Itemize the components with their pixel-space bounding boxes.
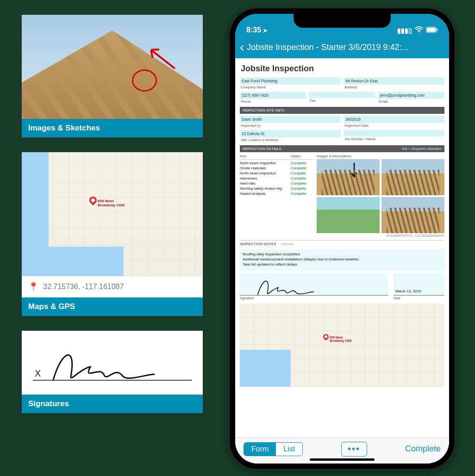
thumb-image[interactable] — [381, 197, 444, 233]
table-row: Hazard analysisComplete — [240, 191, 314, 196]
signature-glyph-icon — [253, 275, 318, 298]
svg-rect-2 — [427, 28, 436, 32]
signature-panel: X — [22, 331, 203, 395]
map-pin-label: 655 West Broadway #200 — [98, 199, 125, 208]
complete-button[interactable]: Complete — [405, 444, 441, 454]
signature-glyph-icon — [50, 344, 156, 385]
card-footer-label: Maps & GPS — [22, 297, 203, 316]
location-arrow-icon: ➤ — [263, 27, 268, 34]
gps-readout: 47.6948597075776, -122.33320302686915 — [240, 234, 444, 237]
table-row: Onsite materialsComplete — [240, 166, 314, 171]
card-signatures: X Signatures — [21, 330, 204, 414]
annotation-circle-icon — [132, 69, 157, 92]
clock-label: 8:35 — [246, 26, 261, 34]
phone-screen: 8:35 ➤ ▮▮▮▯ ‹ Jobsite Inspection - Start… — [235, 14, 449, 464]
phone-notch — [294, 14, 391, 28]
back-chevron-icon[interactable]: ‹ — [240, 41, 244, 54]
signal-icon: ▮▮▮▯ — [397, 27, 412, 34]
section-details: INSPECTION DETAILS RA = Requires Attenti… — [240, 145, 444, 152]
section-site-info: INSPECTION SITE INFO — [240, 107, 444, 114]
tab-list[interactable]: List — [276, 443, 302, 456]
battery-icon — [426, 27, 438, 34]
table-row: North beam inspectionComplete — [240, 171, 314, 176]
more-button[interactable]: ••• — [341, 442, 367, 457]
map-pin-label: 655 West Broadway #200 — [330, 336, 351, 342]
notes-textarea[interactable]: Roofing daily inspection completed. Addi… — [240, 249, 444, 271]
table-row: North beam inspectionComplete — [240, 161, 314, 166]
gps-row: 📍 32.715736, -117.161087 — [22, 276, 203, 297]
field-phone[interactable]: (227) 658-7920 Phone — [240, 92, 306, 104]
section-notes: INSPECTION NOTES Optional — [240, 240, 444, 247]
thumb-image[interactable] — [317, 197, 380, 233]
card-map: 655 West Broadway #200 — [22, 152, 203, 276]
svg-point-0 — [419, 31, 420, 33]
thumb-image[interactable] — [381, 159, 444, 195]
card-images-sketches: Images & Sketches — [21, 14, 204, 138]
form-map[interactable]: 655 West Broadway #200 — [240, 303, 444, 387]
signature-date-field[interactable]: March 13, 2019 Date — [394, 273, 444, 300]
details-table: Item Status North beam inspectionComplet… — [240, 154, 314, 233]
field-address[interactable]: 99 Renton Dr East Address — [344, 77, 444, 90]
page-title: Jobsite Inspection — [241, 64, 444, 74]
nav-bar: ‹ Jobsite Inspection - Starter 3/6/2019 … — [235, 36, 449, 58]
view-segment: Form List — [244, 442, 303, 456]
card-footer-label: Images & Sketches — [22, 119, 203, 137]
table-row: Morning safety review mtgComplete — [240, 186, 314, 191]
detail-thumbs — [317, 159, 444, 233]
table-row: HarnessesComplete — [240, 176, 314, 181]
home-indicator-icon[interactable] — [310, 458, 375, 461]
tab-form[interactable]: Form — [244, 443, 276, 456]
field-site-location[interactable]: 22 Dakota St Site Location or Address — [240, 130, 341, 142]
annotation-arrow-icon — [350, 162, 359, 180]
card-maps-gps: 655 West Broadway #200 📍 32.715736, -117… — [21, 151, 204, 317]
card-image-1 — [22, 15, 203, 119]
card-footer-label: Signatures — [22, 395, 203, 413]
phone-frame: 8:35 ➤ ▮▮▮▯ ‹ Jobsite Inspection - Start… — [229, 7, 456, 470]
field-email[interactable]: jenn@pondplumbing.com Email — [378, 92, 444, 104]
svg-rect-3 — [437, 29, 438, 31]
signature-field[interactable]: Signature — [240, 273, 388, 300]
feature-cards: Images & Sketches 655 West Broadway #200… — [21, 14, 204, 414]
field-company[interactable]: East Pond Plumbing Company Name — [240, 77, 341, 90]
gps-coordinates: 32.715736, -117.161087 — [43, 283, 124, 291]
nav-title: Jobsite Inspection - Starter 3/6/2019 9:… — [247, 43, 408, 52]
field-job-number[interactable]: Job Number / Name — [344, 130, 444, 142]
wifi-icon — [415, 26, 423, 34]
form-document[interactable]: Jobsite Inspection East Pond Plumbing Co… — [235, 58, 449, 438]
more-icon: ••• — [348, 444, 360, 454]
table-row: Hard hatsComplete — [240, 181, 314, 186]
thumb-image[interactable] — [317, 159, 380, 195]
field-fax[interactable]: Fax — [309, 92, 375, 104]
map-pin-icon — [322, 333, 330, 341]
gps-pin-icon: 📍 — [28, 282, 38, 292]
field-inspector[interactable]: Dave Smith Inspected by — [240, 116, 341, 128]
signature-x: X — [35, 368, 41, 379]
field-inspection-date[interactable]: 3/6/2019 Inspection Date — [344, 116, 444, 128]
